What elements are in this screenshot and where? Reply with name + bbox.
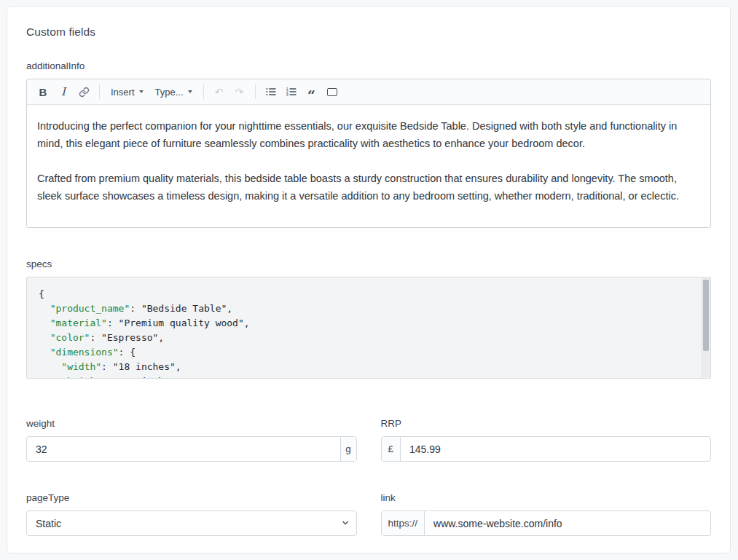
chevron-down-icon [188,90,192,93]
toolbar-divider [99,84,100,99]
rrp-label: RRP [381,418,712,429]
panel-title: Custom fields [26,25,711,39]
type-dropdown[interactable]: Type... [149,87,198,98]
weight-label: weight [26,418,357,429]
code-line: "width": "18 inches", [39,360,691,374]
currency-prefix: £ [382,437,401,461]
toolbar-divider [203,84,204,99]
code-editor[interactable]: { "product_name": "Bedside Table", "mate… [26,277,711,379]
fullscreen-icon [327,88,337,96]
italic-button[interactable]: I [53,82,74,102]
link-icon [79,87,90,98]
rich-text-content[interactable]: Introducing the perfect companion for yo… [27,105,710,227]
code-line: "material": "Premium quality wood", [39,316,691,331]
code-line: "height": "24 inches", [39,374,691,379]
link-input-group: https:// [381,510,712,536]
weight-input-group: g [26,436,357,462]
code-line: "color": "Espresso", [39,331,691,345]
code-line: "product_name": "Bedside Table", [39,301,691,316]
code-line: "dimensions": { [39,345,691,360]
link-input[interactable] [425,511,710,535]
redo-button[interactable]: ↷ [229,82,250,102]
ordered-list-icon: 1 2 3 [286,86,297,98]
field-pagetype: pageType Static [26,492,357,536]
field-weight: weight g [26,418,357,462]
rrp-input[interactable] [401,437,710,461]
ordered-list-button[interactable]: 1 2 3 [281,82,302,102]
pagetype-label: pageType [26,492,357,503]
specs-label: specs [26,259,711,269]
weight-unit-suffix: g [340,437,356,461]
undo-icon: ↶ [215,86,224,98]
field-specs: specs { "product_name": "Bedside Table",… [26,259,711,379]
blockquote-button[interactable]: “ [302,82,322,102]
bold-button[interactable]: B [33,82,53,102]
pagetype-select-wrap: Static [26,510,357,536]
insert-dropdown[interactable]: Insert [105,87,149,98]
type-dropdown-label: Type... [155,87,184,98]
pagetype-select[interactable]: Static [26,510,357,536]
custom-fields-panel: Custom fields additionalInfo B I Inse [7,6,731,553]
additionalinfo-label: additionalInfo [26,60,711,71]
rich-text-editor: B I Insert Type... [26,79,711,228]
bullet-list-icon [265,86,277,98]
link-button[interactable] [74,82,94,102]
scrollbar-thumb[interactable] [703,280,709,351]
insert-dropdown-label: Insert [111,87,135,98]
rrp-input-group: £ [381,436,712,462]
field-link: link https:// [381,492,712,536]
weight-input[interactable] [27,437,340,461]
undo-button[interactable]: ↶ [209,82,229,102]
vertical-scrollbar[interactable] [702,278,710,377]
link-label: link [381,492,712,503]
editor-toolbar: B I Insert Type... [27,79,710,105]
code-line: { [39,287,691,301]
fullscreen-button[interactable] [322,82,342,102]
paragraph: Crafted from premium quality materials, … [37,170,700,205]
chevron-down-icon [139,90,144,93]
bullet-list-button[interactable] [261,82,281,102]
toolbar-divider [255,84,256,99]
protocol-prefix: https:// [382,511,425,535]
redo-icon: ↷ [235,86,244,98]
blockquote-icon: “ [307,92,315,99]
field-additionalinfo: additionalInfo B I Insert [26,60,711,228]
svg-text:3: 3 [286,92,288,97]
field-rrp: RRP £ [381,418,712,462]
paragraph: Introducing the perfect companion for yo… [37,117,700,152]
